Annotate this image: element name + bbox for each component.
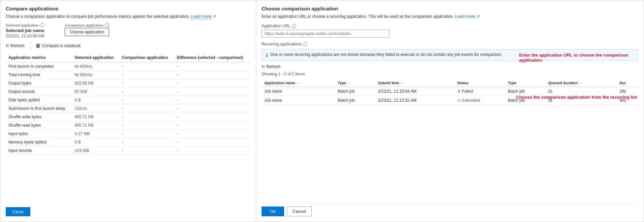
selected-app-section: Selected application i Selected job name… [6,23,44,38]
table-row: Output records 67,506 - - [6,88,250,96]
metric-comparison: - [120,88,174,96]
right-learn-more-link[interactable]: Learn more [455,14,475,19]
selected-app-info-icon[interactable]: i [40,23,44,27]
app-queued: 2s [545,96,617,105]
right-col-submit[interactable]: Submit time ↑↓ [375,79,454,87]
cancel-button[interactable]: Cancel [287,207,312,216]
app-submit: 2/23/21, 11:19:04 AM [375,87,454,96]
app-status: ⊘ Cancelled [454,96,505,105]
metric-selected: 131ms [72,104,120,113]
recurring-info-icon[interactable]: i [303,42,307,46]
right-col-queued[interactable]: Queued duration ↑↓ [545,79,617,87]
col-header-selected: Selected application [72,53,120,62]
metric-comparison: - [120,130,174,138]
sort-icon-type: ↑↓ [347,81,350,85]
url-info-icon[interactable]: i [292,24,296,28]
notebook-icon: 📓 [36,43,41,48]
info-banner: ℹ One or more recurring applications are… [262,49,638,61]
right-title: Choose comparison application [262,6,638,11]
metric-difference: - [174,96,250,104]
col-header-metric: Application metrics [6,53,72,62]
table-row: Shuffle read bytes 650.71 KB - - [6,121,250,130]
app-type: Batch job [335,96,375,105]
left-title: Compare applications [6,6,250,11]
compare-notebook-button[interactable]: 📓 Compare in notebook [36,43,81,48]
right-col-type2[interactable]: Type [505,79,545,87]
metric-selected: 124,456 [72,147,120,155]
info-banner-icon: ℹ [266,53,268,58]
metric-comparison: - [120,121,174,130]
metric-comparison: - [120,62,174,71]
metric-comparison: - [120,71,174,79]
metrics-table: Application metrics Selected application… [6,53,250,155]
left-panel: Compare applications Choose a comparison… [0,0,256,222]
metric-selected: 6s 960ms [72,71,120,79]
url-label: Application URL i [262,24,638,28]
metric-difference: - [174,130,250,138]
metric-comparison: - [120,138,174,147]
showing-text: Showing 1 - 2 of 2 items [262,72,638,76]
metric-difference: - [174,104,250,113]
metric-selected: 5.27 MB [72,130,120,138]
cancelled-icon: ⊘ [457,98,461,103]
toolbar: ↻ Refresh 📓 Compare in notebook [6,42,250,49]
table-row: First launch to completed 6s 829ms - - [6,62,250,71]
metrics-scroll-area[interactable]: Application metrics Selected application… [6,53,250,204]
app-status: ✕ Failed [454,87,505,96]
metric-difference: - [174,62,250,71]
app-info-row: Selected application i Selected job name… [6,23,250,38]
metric-selected: 650.71 KB [72,121,120,130]
left-learn-more-link[interactable]: Learn more [191,14,211,19]
table-row: Shuffle write bytes 650.71 KB - - [6,113,250,121]
url-section: Application URL i [262,24,638,38]
table-row: Input records 124,456 - - [6,147,250,155]
metric-name: Disk bytes spilled [6,96,72,104]
application-url-input[interactable] [262,30,389,38]
right-col-dur[interactable]: Dur [617,79,638,87]
recurring-app-row[interactable]: Job name Batch job 2/23/21, 11:19:04 AM … [262,87,638,96]
bottom-bar: OK Cancel [262,203,638,216]
recurring-app-row[interactable]: Job name Batch job 2/23/21, 11:13:52 AM … [262,96,638,105]
metric-name: First launch to completed [6,62,72,71]
comparison-app-info-icon[interactable]: i [105,23,109,27]
metric-difference: - [174,88,250,96]
recurring-apps-table: Application name ↑↓ Type ↑↓ Submit time … [262,79,638,105]
app-name: Job name [262,87,335,96]
metric-difference: - [174,138,250,147]
right-col-type[interactable]: Type ↑↓ [335,79,375,87]
metric-name: Total running time [6,71,72,79]
sort-icon-queued: ↑↓ [579,81,582,85]
selected-app-date: 2/23/21, 11:10:08 AM [6,34,44,38]
right-panel: Choose comparison application Enter an a… [256,0,644,222]
recurring-refresh-button[interactable]: ↻ Refresh [262,64,638,69]
metric-name: Submission to first launch delay [6,104,72,113]
metric-selected: 650.71 KB [72,113,120,121]
selected-app-value: Selected job name [6,28,44,33]
table-row: Submission to first launch delay 131ms -… [6,104,250,113]
app-type: Batch job [335,87,375,96]
col-header-comparison: Comparison application [120,53,174,62]
metric-name: Output bytes [6,79,72,88]
refresh-button[interactable]: ↻ Refresh [6,43,25,48]
metric-comparison: - [120,147,174,155]
metric-difference: - [174,71,250,79]
comparison-app-label: Comparison application i [65,23,109,27]
table-row: Total running time 6s 960ms - - [6,71,250,79]
choose-application-button[interactable]: Choose application [65,28,109,36]
right-subtitle: Enter an application URL or choose a rec… [262,14,638,19]
table-row: Memory bytes spilled 0 B - - [6,138,250,147]
metric-comparison: - [120,104,174,113]
right-col-name[interactable]: Application name ↑↓ [262,79,335,87]
ok-button[interactable]: OK [262,207,284,216]
metric-name: Output records [6,88,72,96]
metric-selected: 832.80 KB [72,79,120,88]
table-row: Output bytes 832.80 KB - - [6,79,250,88]
close-button[interactable]: Close [6,207,30,216]
right-col-status[interactable]: Status [454,79,505,87]
metric-difference: - [174,79,250,88]
app-submit: 2/23/21, 11:13:52 AM [375,96,454,105]
toolbar-divider [30,42,30,49]
table-row: Disk bytes spilled 0 B - - [6,96,250,104]
recurring-label: Recurring applications i [262,42,638,46]
table-row: Input bytes 5.27 MB - - [6,130,250,138]
